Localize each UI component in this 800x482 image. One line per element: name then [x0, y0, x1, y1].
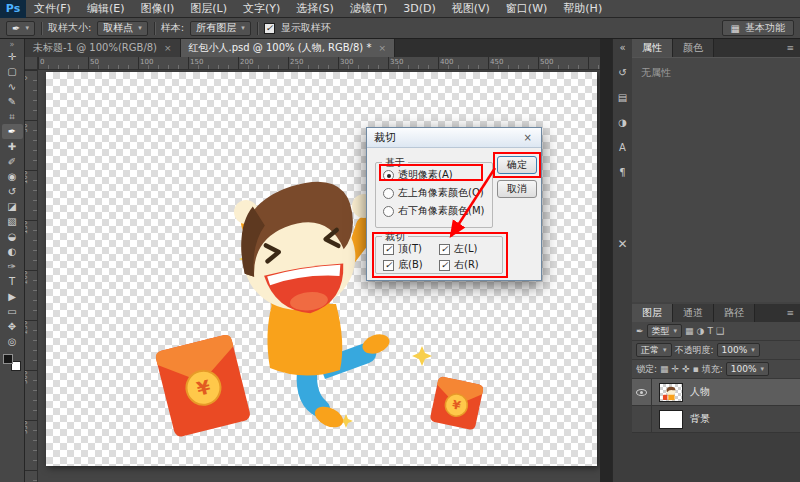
dodge-tool[interactable]: ◐ [2, 244, 23, 259]
layer-row-character[interactable]: 人物 [632, 379, 800, 406]
document-tab-untitled[interactable]: 未标题-1 @ 100%(RGB/8) × [25, 39, 181, 57]
type-tool[interactable]: T [2, 274, 23, 289]
clone-stamp-tool[interactable]: ◉ [2, 169, 23, 184]
foreground-color-swatch[interactable] [3, 354, 13, 364]
filter-pixel-icon[interactable]: ▦ [685, 326, 694, 336]
pen-tool[interactable]: ✑ [2, 259, 23, 274]
filter-type-icon[interactable]: T [707, 326, 713, 336]
checkbox-right[interactable]: ✓ [439, 260, 450, 271]
gradient-tool[interactable]: ▧ [2, 214, 23, 229]
radio-bottomright-color[interactable] [383, 206, 394, 217]
filter-shape-icon[interactable]: ❑ [716, 326, 724, 336]
menu-help[interactable]: 帮助(H) [555, 0, 610, 17]
checkbox-top[interactable]: ✓ [383, 244, 394, 255]
shape-tool[interactable]: ▭ [2, 304, 23, 319]
healing-brush-tool[interactable]: ✚ [2, 139, 23, 154]
layer-thumbnail[interactable] [659, 383, 683, 402]
close-icon[interactable]: × [378, 43, 386, 53]
quick-selection-tool[interactable]: ✎ [2, 94, 23, 109]
show-sampling-ring-checkbox[interactable]: ✓ [264, 23, 275, 34]
menu-filter[interactable]: 滤镜(T) [342, 0, 395, 17]
radio-transparent-pixels[interactable] [383, 170, 394, 181]
radio-row-topleft[interactable]: 左上角像素颜色(O) [383, 186, 484, 200]
ok-button[interactable]: 确定 [497, 156, 537, 174]
menu-select[interactable]: 选择(S) [288, 0, 342, 17]
path-selection-tool[interactable]: ▶ [2, 289, 23, 304]
lock-all-icon[interactable]: ▪ [693, 364, 699, 374]
crop-tool[interactable]: ⌗ [2, 109, 23, 124]
document-tab-hongbao[interactable]: 红包小人.psd @ 100% (人物, RGB/8) * × [181, 39, 395, 57]
radio-topleft-color[interactable] [383, 188, 394, 199]
properties-panel-icon[interactable]: ▤ [618, 92, 627, 104]
menu-image[interactable]: 图像(I) [132, 0, 182, 17]
tool-preset-picker[interactable]: ✒ ▾ [6, 21, 35, 36]
panel-menu-icon[interactable]: ≡ [780, 39, 800, 57]
opacity-dropdown[interactable]: 100% ▾ [717, 343, 760, 357]
paragraph-panel-icon[interactable]: ¶ [619, 167, 625, 179]
tab-layers[interactable]: 图层 [632, 304, 673, 322]
expand-panels-icon[interactable]: « [619, 42, 625, 54]
tab-channels[interactable]: 通道 [673, 304, 714, 322]
radio-row-transparent[interactable]: 透明像素(A) [383, 168, 453, 182]
checkbox-row-left[interactable]: ✓ 左(L) [439, 242, 477, 256]
document-tab-label: 红包小人.psd @ 100% (人物, RGB/8) * [189, 41, 372, 55]
menu-view[interactable]: 视图(V) [444, 0, 498, 17]
sample-size-dropdown[interactable]: 取样点 ▾ [97, 21, 148, 36]
layer-thumbnail[interactable] [659, 410, 683, 429]
checkbox-bottom[interactable]: ✓ [383, 260, 394, 271]
menu-file[interactable]: 文件(F) [26, 0, 79, 17]
lock-image-icon[interactable]: ✛ [672, 364, 680, 374]
tab-paths[interactable]: 路径 [714, 304, 755, 322]
workspace-switcher[interactable]: ▦ 基本功能 [722, 20, 794, 36]
dialog-title-bar[interactable]: 裁切 × [367, 128, 541, 148]
filter-kind-dropdown[interactable]: 类型 ▾ [647, 324, 683, 338]
lock-position-icon[interactable]: ✜ [682, 364, 690, 374]
cancel-button[interactable]: 取消 [497, 180, 537, 198]
move-tool[interactable]: ✛ [2, 49, 23, 64]
tab-color[interactable]: 颜色 [673, 39, 714, 57]
dialog-close-button[interactable]: × [522, 132, 534, 143]
panel-menu-icon[interactable]: ≡ [780, 304, 800, 322]
character-panel-icon[interactable]: A [619, 142, 626, 154]
close-icon[interactable]: × [164, 43, 172, 53]
hand-tool[interactable]: ✥ [2, 319, 23, 334]
marquee-tool[interactable]: ▢ [2, 64, 23, 79]
vertical-ruler[interactable]: 0 50 100 150 200 250 300 350 [25, 70, 38, 482]
layer-name: 人物 [690, 385, 710, 399]
zoom-tool[interactable]: ◎ [2, 334, 23, 349]
menu-3d[interactable]: 3D(D) [395, 0, 444, 17]
fill-dropdown[interactable]: 100% ▾ [726, 362, 769, 376]
menu-layer[interactable]: 图层(L) [182, 0, 235, 17]
checkbox-row-bottom[interactable]: ✓ 底(B) [383, 258, 423, 272]
menu-window[interactable]: 窗口(W) [498, 0, 555, 17]
visibility-toggle[interactable] [632, 379, 652, 406]
collapse-toolbar-icon[interactable]: » [10, 40, 15, 49]
history-brush-tool[interactable]: ↺ [2, 184, 23, 199]
history-panel-icon[interactable]: ↺ [618, 67, 626, 79]
checkbox-left[interactable]: ✓ [439, 244, 450, 255]
sample-dropdown[interactable]: 所有图层 ▾ [190, 21, 251, 36]
lasso-tool[interactable]: ∿ [2, 79, 23, 94]
layer-row-background[interactable]: 背景 [632, 406, 800, 433]
chevron-down-icon: ▾ [241, 24, 245, 32]
color-swatches[interactable] [3, 354, 21, 371]
blur-tool[interactable]: ◒ [2, 229, 23, 244]
tab-properties[interactable]: 属性 [632, 39, 673, 57]
visibility-toggle[interactable] [632, 406, 652, 433]
horizontal-ruler[interactable]: 0 50 100 150 200 250 300 350 400 450 500 [38, 57, 600, 70]
filter-adjustment-icon[interactable]: ◑ [697, 326, 705, 336]
trim-dialog: 裁切 × 基于 透明像素(A) 左上角像素颜色(O) 右下角像素颜色(M) 裁切 [366, 127, 542, 281]
checkbox-row-top[interactable]: ✓ 顶(T) [383, 242, 422, 256]
menu-type[interactable]: 文字(Y) [235, 0, 288, 17]
adjustments-panel-icon[interactable]: ◑ [618, 117, 627, 129]
brush-tool[interactable]: ✐ [2, 154, 23, 169]
menu-edit[interactable]: 编辑(E) [79, 0, 133, 17]
radio-row-bottomright[interactable]: 右下角像素颜色(M) [383, 204, 484, 218]
eraser-tool[interactable]: ◪ [2, 199, 23, 214]
lock-transparency-icon[interactable]: ▦ [660, 364, 669, 374]
blend-mode-dropdown[interactable]: 正常 ▾ [636, 343, 672, 357]
eyedropper-tool[interactable]: ✒ [2, 124, 23, 139]
close-panel-icon[interactable]: ✕ [617, 238, 627, 250]
checkbox-row-right[interactable]: ✓ 右(R) [439, 258, 479, 272]
ruler-number: 200 [238, 57, 288, 69]
